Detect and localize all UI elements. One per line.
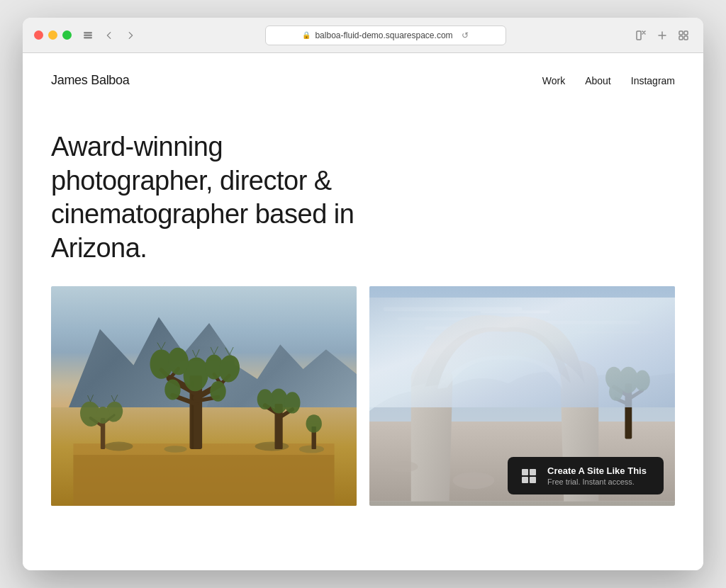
svg-rect-3 [637, 31, 641, 40]
toast-notification[interactable]: Create A Site Like This Free trial. Inst… [508, 457, 664, 494]
svg-point-14 [255, 442, 289, 451]
close-button[interactable] [34, 30, 43, 40]
svg-line-47 [211, 347, 214, 354]
hero-section: Award-winning photographer, director & c… [23, 102, 703, 286]
toast-subtitle: Free trial. Instant access. [547, 477, 647, 486]
svg-rect-9 [684, 36, 688, 40]
svg-rect-80 [530, 469, 536, 475]
back-button[interactable] [101, 28, 117, 43]
svg-point-56 [284, 392, 300, 413]
squarespace-icon [519, 466, 539, 486]
address-input[interactable]: 🔒 balboa-fluid-demo.squarespace.com ↺ [265, 26, 506, 45]
svg-line-46 [162, 342, 166, 349]
svg-point-13 [164, 446, 187, 453]
nav-instagram[interactable]: Instagram [631, 75, 675, 86]
desert-scene-bg-1 [51, 286, 357, 506]
svg-rect-1 [84, 35, 92, 35]
images-grid: Create A Site Like This Free trial. Inst… [23, 286, 703, 506]
svg-rect-8 [679, 36, 683, 40]
svg-point-78 [390, 461, 418, 473]
cloud-layer [369, 298, 675, 407]
minimize-button[interactable] [48, 30, 57, 40]
svg-rect-7 [684, 31, 688, 35]
svg-line-49 [225, 348, 230, 355]
site-logo[interactable]: James Balboa [51, 73, 129, 88]
svg-point-40 [218, 354, 242, 383]
svg-rect-6 [679, 31, 683, 35]
joshua-trees-svg [51, 330, 357, 506]
svg-rect-2 [84, 37, 92, 38]
nav-about[interactable]: About [585, 75, 611, 86]
svg-rect-81 [522, 477, 528, 483]
svg-line-44 [196, 349, 199, 357]
site-header: James Balboa Work About Instagram [23, 53, 703, 102]
svg-rect-79 [522, 469, 528, 475]
sidebar-toggle-button[interactable] [80, 28, 96, 43]
tab-overview-button[interactable] [675, 27, 692, 44]
svg-rect-11 [74, 455, 335, 506]
svg-line-48 [214, 346, 218, 354]
new-tab-button[interactable] [654, 27, 671, 44]
svg-line-23 [91, 395, 94, 402]
svg-line-22 [88, 395, 91, 402]
svg-point-55 [257, 389, 273, 409]
svg-point-12 [105, 442, 133, 451]
reload-icon: ↺ [462, 30, 469, 40]
address-bar: 🔒 balboa-fluid-demo.squarespace.com ↺ [152, 26, 618, 45]
svg-rect-0 [84, 32, 92, 33]
svg-line-25 [114, 395, 118, 402]
browser-chrome: 🔒 balboa-fluid-demo.squarespace.com ↺ [23, 18, 703, 53]
toast-text: Create A Site Like This Free trial. Inst… [547, 465, 647, 486]
browser-controls [80, 28, 138, 43]
svg-line-24 [111, 395, 114, 402]
svg-line-50 [230, 347, 234, 355]
traffic-lights [34, 30, 72, 40]
browser-window: 🔒 balboa-fluid-demo.squarespace.com ↺ [23, 18, 703, 570]
svg-line-45 [157, 343, 162, 350]
lock-icon: 🔒 [302, 31, 311, 39]
maximize-button[interactable] [62, 30, 72, 40]
svg-line-43 [193, 350, 196, 357]
svg-point-21 [96, 407, 110, 424]
browser-actions [632, 27, 692, 44]
svg-point-41 [164, 380, 180, 400]
svg-rect-82 [530, 477, 536, 483]
nav-work[interactable]: Work [542, 75, 565, 86]
forward-button[interactable] [123, 28, 138, 43]
site-nav: Work About Instagram [542, 75, 675, 86]
svg-point-76 [453, 473, 495, 490]
website-content: James Balboa Work About Instagram Award-… [23, 53, 703, 570]
svg-point-42 [210, 381, 225, 402]
hero-text: Award-winning photographer, director & c… [51, 130, 391, 265]
svg-point-58 [306, 414, 322, 433]
desert-image-1[interactable] [51, 286, 357, 506]
desert-image-2[interactable]: Create A Site Like This Free trial. Inst… [369, 286, 675, 506]
share-button[interactable] [632, 27, 649, 44]
url-text: balboa-fluid-demo.squarespace.com [315, 30, 452, 40]
toast-title: Create A Site Like This [547, 465, 647, 476]
